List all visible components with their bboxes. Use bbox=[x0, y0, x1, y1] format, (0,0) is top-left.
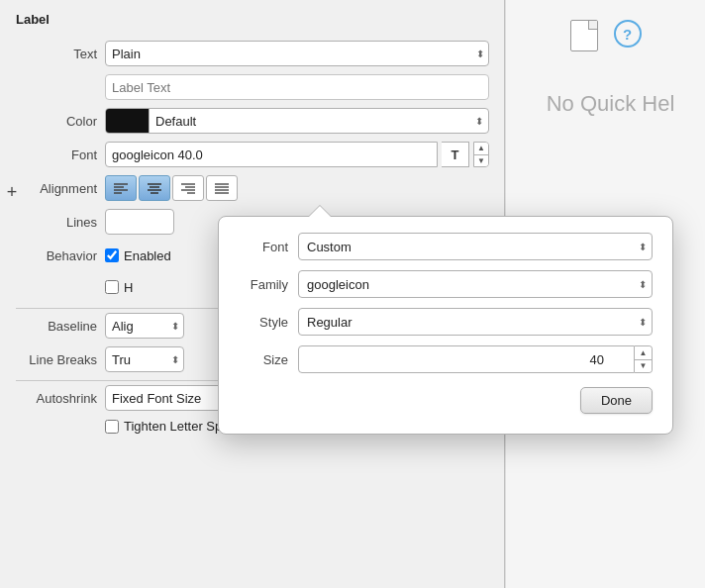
font-stepper: ▲ ▼ bbox=[473, 142, 489, 167]
align-center-button[interactable] bbox=[139, 175, 170, 201]
popover-font-select[interactable]: Custom bbox=[298, 233, 653, 260]
behavior-h-checkbox[interactable] bbox=[105, 280, 119, 294]
popover-done-button[interactable]: Done bbox=[580, 387, 653, 414]
linebreaks-select[interactable]: Tru bbox=[105, 346, 184, 372]
align-left-button[interactable] bbox=[105, 175, 137, 201]
doc-icon[interactable] bbox=[570, 20, 598, 51]
right-panel-icons: ? bbox=[570, 20, 642, 51]
align-left-icon bbox=[114, 182, 128, 194]
tighten-checkbox[interactable] bbox=[105, 420, 119, 434]
popover-style-select[interactable]: Regular bbox=[298, 308, 653, 336]
align-right-icon bbox=[181, 182, 195, 194]
font-t-button[interactable]: T bbox=[442, 142, 469, 167]
baseline-label: Baseline bbox=[16, 319, 105, 334]
font-stepper-down[interactable]: ▼ bbox=[474, 155, 488, 167]
text-label: Text bbox=[16, 47, 105, 61]
behavior-label: Behavior bbox=[16, 248, 105, 263]
font-popover: Font Custom Family googleicon Style R bbox=[218, 216, 673, 435]
popover-size-stepper-down[interactable]: ▼ bbox=[635, 360, 652, 373]
lines-input[interactable] bbox=[105, 209, 174, 235]
popover-family-control: googleicon bbox=[298, 270, 653, 298]
color-control: Default ⬍ bbox=[105, 108, 489, 134]
label-text-control bbox=[105, 74, 489, 100]
label-text-row bbox=[16, 74, 489, 100]
popover-family-label: Family bbox=[239, 277, 298, 292]
font-stepper-up[interactable]: ▲ bbox=[474, 143, 488, 155]
panel-title: Label bbox=[16, 12, 489, 27]
align-center-icon bbox=[148, 182, 161, 194]
text-control: Plain bbox=[105, 41, 489, 66]
popover-style-control: Regular bbox=[298, 308, 653, 336]
popover-font-row: Font Custom bbox=[239, 233, 653, 260]
color-swatch bbox=[106, 109, 150, 133]
font-control: T ▲ ▼ bbox=[105, 142, 489, 167]
alignment-buttons bbox=[105, 175, 489, 201]
text-select[interactable]: Plain bbox=[105, 41, 489, 66]
help-icon[interactable]: ? bbox=[614, 20, 642, 48]
baseline-select-wrapper: Alig bbox=[105, 313, 184, 339]
text-select-wrapper: Plain bbox=[105, 41, 489, 66]
popover-size-input[interactable] bbox=[298, 345, 635, 373]
plus-button[interactable]: + bbox=[4, 184, 20, 200]
popover-size-label: Size bbox=[239, 352, 298, 367]
lines-label: Lines bbox=[16, 215, 105, 230]
color-label: Color bbox=[16, 114, 105, 129]
linebreaks-label: Line Breaks bbox=[16, 352, 105, 367]
baseline-select[interactable]: Alig bbox=[105, 313, 184, 339]
font-input-row: T ▲ ▼ bbox=[105, 142, 489, 167]
popover-style-select-wrapper: Regular bbox=[298, 308, 653, 336]
no-quick-help-text: No Quick Hel bbox=[537, 91, 675, 117]
popover-font-control: Custom bbox=[298, 233, 653, 260]
alignment-label: Alignment bbox=[16, 181, 105, 196]
align-justify-icon bbox=[215, 182, 229, 194]
popover-style-label: Style bbox=[239, 315, 298, 330]
popover-font-label: Font bbox=[239, 240, 298, 254]
font-row: Font T ▲ ▼ bbox=[16, 142, 489, 167]
behavior-h-label: H bbox=[124, 280, 133, 295]
plus-icon: + bbox=[7, 183, 18, 201]
alignment-row: Alignment bbox=[16, 175, 489, 201]
font-label: Font bbox=[16, 147, 105, 162]
behavior-enabled-label: Enabled bbox=[124, 248, 171, 263]
font-input[interactable] bbox=[105, 142, 438, 167]
color-swatch-label: Default bbox=[150, 114, 470, 129]
autoshrink-label: Autoshrink bbox=[16, 391, 105, 406]
color-swatch-row[interactable]: Default ⬍ bbox=[105, 108, 489, 134]
font-t-icon: T bbox=[452, 147, 459, 162]
text-row: Text Plain bbox=[16, 41, 489, 66]
label-text-input[interactable] bbox=[105, 74, 489, 100]
popover-style-row: Style Regular bbox=[239, 308, 653, 336]
popover-size-row: Size ▲ ▼ bbox=[239, 345, 653, 373]
popover-font-select-wrapper: Custom bbox=[298, 233, 653, 260]
align-right-button[interactable] bbox=[172, 175, 204, 201]
popover-family-select[interactable]: googleicon bbox=[298, 270, 653, 298]
popover-size-control: ▲ ▼ bbox=[298, 345, 653, 373]
popover-size-stepper-up[interactable]: ▲ bbox=[635, 346, 652, 360]
color-row: Color Default ⬍ bbox=[16, 108, 489, 134]
align-justify-button[interactable] bbox=[206, 175, 238, 201]
popover-family-select-wrapper: googleicon bbox=[298, 270, 653, 298]
question-mark: ? bbox=[623, 26, 632, 43]
popover-family-row: Family googleicon bbox=[239, 270, 653, 298]
linebreaks-select-wrapper: Tru bbox=[105, 346, 184, 372]
popover-size-stepper: ▲ ▼ bbox=[635, 345, 653, 373]
color-arrow-icon: ⬍ bbox=[470, 116, 488, 127]
behavior-enabled-checkbox[interactable] bbox=[105, 248, 119, 262]
alignment-control bbox=[105, 175, 489, 201]
